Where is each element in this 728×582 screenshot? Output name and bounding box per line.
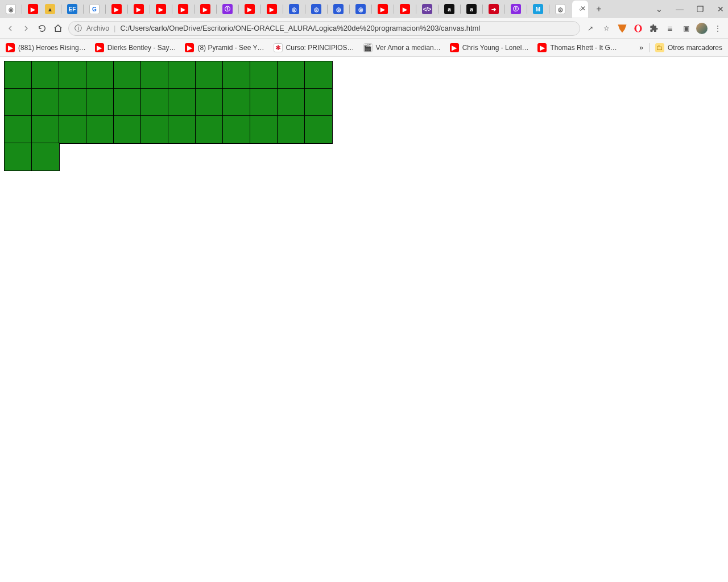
canvas-cell bbox=[305, 116, 332, 143]
background-tab[interactable]: ▶ bbox=[109, 2, 124, 16]
tab-favicon-icon: ◎ bbox=[333, 4, 344, 14]
bookmark-item[interactable]: 🎬Ver Amor a median… bbox=[363, 43, 441, 52]
bookmark-label: Dierks Bentley - Say… bbox=[107, 44, 176, 52]
bookmark-label: Chris Young - Lonel… bbox=[462, 44, 529, 52]
nav-forward-button[interactable] bbox=[20, 23, 32, 34]
background-tab[interactable]: a bbox=[464, 2, 479, 16]
bookmark-label: Ver Amor a median… bbox=[376, 44, 441, 52]
background-tab[interactable]: ◎ bbox=[309, 2, 324, 16]
tab-separator bbox=[61, 5, 61, 14]
canvas-cell bbox=[32, 143, 59, 171]
background-tab[interactable]: ▶ bbox=[131, 2, 146, 16]
background-tab[interactable]: a bbox=[442, 2, 457, 16]
canvas-cell bbox=[305, 61, 332, 89]
side-panel-icon[interactable]: ▣ bbox=[680, 23, 692, 34]
bookmark-item[interactable]: ✱Curso: PRINCIPIOS… bbox=[274, 43, 354, 52]
bookmark-star-icon[interactable]: ☆ bbox=[601, 23, 612, 34]
canvas-cell bbox=[59, 116, 86, 143]
opera-extension-icon[interactable] bbox=[632, 23, 644, 34]
canvas-cell bbox=[250, 61, 278, 89]
chrome-menu-icon[interactable]: ⋮ bbox=[712, 23, 723, 34]
address-bar[interactable]: ⓘ Archivo | C:/Users/carlo/OneDrive/Escr… bbox=[68, 21, 580, 36]
canvas-cell bbox=[114, 61, 141, 89]
background-tab[interactable]: M bbox=[531, 2, 545, 16]
background-tab[interactable]: </> bbox=[420, 2, 435, 16]
background-tab[interactable]: ▶ bbox=[176, 2, 191, 16]
canvas-cell bbox=[5, 61, 32, 89]
tab-favicon-icon: ◎ bbox=[355, 4, 366, 14]
canvas-cell bbox=[59, 61, 86, 89]
window-maximize-icon[interactable]: ❐ bbox=[696, 5, 704, 14]
canvas-cell bbox=[250, 116, 278, 143]
nav-home-button[interactable] bbox=[52, 23, 64, 34]
background-tab[interactable]: ⓣ bbox=[508, 2, 523, 16]
url-separator: | bbox=[114, 24, 115, 32]
window-minimize-icon[interactable]: — bbox=[676, 5, 684, 14]
canvas-cell bbox=[278, 61, 305, 89]
canvas-cell bbox=[5, 89, 32, 116]
canvas-cell bbox=[5, 116, 32, 143]
other-bookmarks-folder[interactable]: 🗀 Otros marcadores bbox=[655, 43, 722, 52]
background-tab[interactable]: ▲ bbox=[43, 2, 57, 16]
bookmark-item[interactable]: ▶(8) Pyramid - See Y… bbox=[185, 43, 264, 52]
tab-separator bbox=[527, 5, 527, 14]
tab-favicon-icon: ◎ bbox=[289, 4, 299, 14]
canvas-row bbox=[5, 89, 723, 116]
background-tab[interactable]: ◎ bbox=[287, 2, 301, 16]
reading-list-icon[interactable]: ≣ bbox=[664, 23, 676, 34]
tab-separator bbox=[504, 5, 505, 14]
nav-back-button[interactable] bbox=[5, 23, 16, 34]
canvas-cell bbox=[114, 116, 141, 143]
nav-reload-button[interactable] bbox=[36, 23, 48, 34]
window-close-icon[interactable]: ✕ bbox=[717, 5, 725, 14]
background-tab[interactable]: ▶ bbox=[198, 2, 213, 16]
extensions-puzzle-icon[interactable] bbox=[648, 23, 660, 34]
background-tab[interactable]: ▶ bbox=[242, 2, 257, 16]
share-icon[interactable]: ↗ bbox=[585, 23, 596, 34]
active-tab[interactable]: ‹ ✕ bbox=[572, 1, 588, 18]
bookmark-item[interactable]: ▶(881) Heroes Rising… bbox=[6, 43, 86, 52]
canvas-cell bbox=[86, 116, 114, 143]
background-tab[interactable]: ➔ bbox=[486, 2, 501, 16]
tab-separator bbox=[482, 5, 483, 14]
tab-separator bbox=[394, 5, 394, 14]
profile-avatar-icon[interactable] bbox=[696, 23, 708, 34]
tab-search-icon[interactable]: ⌄ bbox=[655, 5, 663, 14]
canvas-cell bbox=[278, 116, 305, 143]
tab-favicon-icon: G bbox=[89, 4, 100, 14]
bookmark-item[interactable]: ▶Thomas Rhett - It G… bbox=[537, 43, 617, 52]
new-tab-button[interactable]: + bbox=[593, 3, 605, 15]
tab-favicon-icon: EF bbox=[67, 4, 77, 14]
background-tab[interactable]: ◎ bbox=[331, 2, 346, 16]
canvas-cell bbox=[86, 89, 114, 116]
bookmarks-overflow-icon[interactable]: » bbox=[639, 44, 643, 52]
background-tab[interactable]: ◎ bbox=[553, 2, 568, 16]
tab-favicon-icon: M bbox=[533, 4, 543, 14]
canvas-cell bbox=[196, 61, 223, 89]
metamask-extension-icon[interactable] bbox=[617, 23, 628, 34]
close-tab-icon[interactable]: ✕ bbox=[580, 5, 586, 13]
background-tab[interactable]: ◎ bbox=[353, 2, 368, 16]
background-tab[interactable]: ▶ bbox=[398, 2, 412, 16]
background-tab[interactable]: ▶ bbox=[26, 2, 40, 16]
background-tab[interactable]: ⓣ bbox=[220, 2, 235, 16]
canvas-cell bbox=[141, 89, 168, 116]
background-tab[interactable]: ▶ bbox=[264, 2, 279, 16]
background-tab[interactable]: ▶ bbox=[375, 2, 390, 16]
canvas-cell bbox=[141, 116, 168, 143]
tab-separator bbox=[349, 5, 350, 14]
tab-separator bbox=[194, 5, 195, 14]
bookmark-favicon-icon: ▶ bbox=[6, 43, 15, 52]
tab-separator bbox=[105, 5, 106, 14]
canvas-cell bbox=[59, 89, 86, 116]
tab-favicon-icon: ▶ bbox=[245, 4, 255, 14]
site-info-icon[interactable]: ⓘ bbox=[75, 23, 82, 34]
window-controls: ⌄ — ❐ ✕ bbox=[655, 5, 725, 14]
folder-icon: 🗀 bbox=[655, 43, 664, 52]
bookmark-item[interactable]: ▶Dierks Bentley - Say… bbox=[95, 43, 176, 52]
background-tab[interactable]: ◎ bbox=[3, 2, 18, 16]
bookmark-item[interactable]: ▶Chris Young - Lonel… bbox=[450, 43, 529, 52]
background-tab[interactable]: ▶ bbox=[154, 2, 168, 16]
background-tab[interactable]: G bbox=[87, 2, 102, 16]
background-tab[interactable]: EF bbox=[65, 2, 80, 16]
